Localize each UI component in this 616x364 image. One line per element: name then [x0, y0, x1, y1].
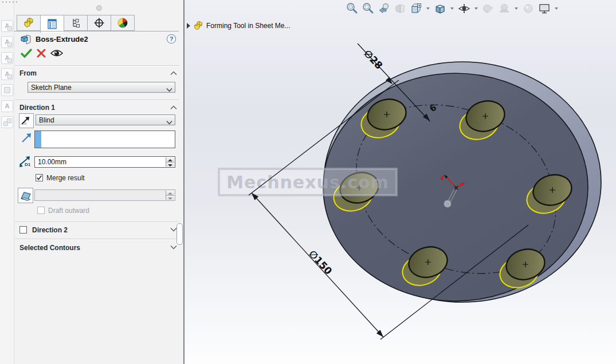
- draft-angle-spinbox: [34, 189, 175, 201]
- divider: [15, 100, 179, 101]
- selected-contours-group-label: Selected Contours: [19, 244, 80, 252]
- merge-result-label: Merge result: [46, 174, 85, 182]
- chain-link-icon[interactable]: [1, 116, 13, 128]
- view-settings-icon[interactable]: [521, 2, 535, 15]
- framed-annotation-icon[interactable]: A: [1, 100, 13, 112]
- direction1-group-label: Direction 1: [19, 104, 55, 112]
- direction-reference-icon: [21, 132, 32, 144]
- flyout-part-name[interactable]: Forming Tool in Sheet Me...: [206, 22, 291, 30]
- divider: [15, 65, 179, 66]
- edit-appearance-icon[interactable]: [481, 2, 495, 15]
- previous-view-icon[interactable]: [377, 2, 391, 15]
- draft-outward-checkbox: [37, 207, 45, 214]
- zoom-to-area-icon[interactable]: [361, 2, 375, 15]
- tab-displaymanager[interactable]: [111, 15, 135, 31]
- tab-dimxpertmanager[interactable]: [87, 15, 111, 31]
- svg-text:Mechnexus.com: Mechnexus.com: [226, 172, 389, 192]
- panel-scrollbar-thumb[interactable]: [176, 223, 183, 245]
- draft-icon: [19, 190, 32, 201]
- cancel-button[interactable]: [37, 49, 46, 58]
- spin-down-button: [166, 196, 174, 200]
- configuration-tree-icon: [70, 17, 81, 29]
- bolt-circle-dimension[interactable]: ∅150: [307, 248, 335, 277]
- tab-bar-underline: [14, 31, 179, 31]
- spin-up-button[interactable]: [166, 157, 174, 163]
- end-condition-combo[interactable]: Blind: [36, 114, 175, 125]
- flyout-expand-arrow[interactable]: [187, 23, 190, 29]
- feature-title: Boss-Extrude2: [36, 35, 88, 43]
- boss-extrude-icon: [19, 33, 32, 46]
- ok-button[interactable]: [21, 48, 32, 58]
- part-icon: [23, 17, 34, 29]
- reverse-direction-button[interactable]: [19, 113, 34, 128]
- annotation-settings-icon[interactable]: A: [1, 68, 13, 80]
- merge-result-checkbox[interactable]: [36, 174, 43, 181]
- view-orientation-icon[interactable]: [409, 2, 423, 15]
- active-selection-strip: [35, 131, 41, 148]
- property-manager-panel: A A A A A: [0, 0, 183, 364]
- watermark: Mechnexus.com: [219, 169, 397, 195]
- direction2-group-label: Direction 2: [32, 226, 68, 234]
- apply-scene-icon[interactable]: [497, 2, 511, 15]
- section-view-icon[interactable]: [393, 2, 407, 15]
- clipboard-icon[interactable]: [1, 84, 13, 96]
- start-condition-combo[interactable]: Sketch Plane: [28, 82, 175, 93]
- svg-text:?: ?: [170, 35, 174, 42]
- propertymanager-icon: [46, 18, 58, 30]
- direction2-checkbox[interactable]: [19, 226, 27, 234]
- tab-propertymanager[interactable]: [40, 15, 64, 33]
- display-style-icon[interactable]: [433, 2, 447, 15]
- depth-spin-buttons: [166, 157, 174, 167]
- from-group-label: From: [19, 69, 37, 77]
- divider: [15, 239, 179, 240]
- annotation-add-icon[interactable]: A: [1, 52, 13, 64]
- draft-spin-buttons: [166, 191, 174, 200]
- heads-up-toolbar: [345, 2, 559, 15]
- solidworks-window: A A A A A: [0, 0, 616, 364]
- panel-drag-handle[interactable]: [1, 1, 18, 3]
- tab-configurationmanager[interactable]: [64, 15, 87, 31]
- panel-collapse-handle[interactable]: [96, 5, 102, 11]
- tab-featuremanager[interactable]: [17, 15, 40, 31]
- apply-scene-caret[interactable]: [513, 2, 519, 15]
- graphics-viewport[interactable]: Mechnexus.com ∅28 ∅150 6: [185, 0, 616, 364]
- direction-arrow-icon: [19, 114, 32, 126]
- spin-up-button: [166, 191, 174, 196]
- hide-show-items-caret[interactable]: [473, 2, 479, 15]
- annotation-toolbar: A A A A A: [0, 0, 14, 364]
- annotation-move-icon[interactable]: A: [1, 36, 13, 48]
- hide-show-items-icon[interactable]: [457, 2, 471, 15]
- collapse-from-chevron[interactable]: [170, 71, 177, 76]
- depth-spinbox[interactable]: 10.00mm: [34, 156, 175, 168]
- draft-outward-label: Draft outward: [48, 207, 89, 215]
- annotation-edit-icon[interactable]: A: [1, 20, 13, 32]
- display-style-caret[interactable]: [449, 2, 455, 15]
- model-scene: Mechnexus.com ∅28 ∅150 6: [185, 0, 616, 364]
- detailed-preview-icon[interactable]: [50, 49, 63, 58]
- view-orientation-caret[interactable]: [425, 2, 431, 15]
- dimxpert-target-icon: [93, 17, 105, 29]
- panel-tab-bar: [17, 15, 135, 31]
- divider: [15, 221, 179, 223]
- camera-views-caret[interactable]: [554, 2, 559, 15]
- draft-button[interactable]: [18, 188, 33, 203]
- zoom-to-fit-icon[interactable]: [345, 2, 359, 15]
- part-icon: [193, 21, 203, 31]
- display-colorwheel-icon: [117, 17, 128, 29]
- camera-views-icon[interactable]: [537, 2, 551, 15]
- expand-selected-contours-chevron[interactable]: [170, 245, 177, 250]
- depth-icon: D1: [18, 156, 33, 168]
- flyout-feature-tree: Forming Tool in Sheet Me...: [187, 21, 291, 31]
- collapse-direction1-chevron[interactable]: [170, 105, 177, 110]
- spin-down-button[interactable]: [166, 163, 174, 167]
- help-icon[interactable]: ?: [166, 34, 176, 44]
- direction-reference-selection-field[interactable]: [34, 130, 175, 148]
